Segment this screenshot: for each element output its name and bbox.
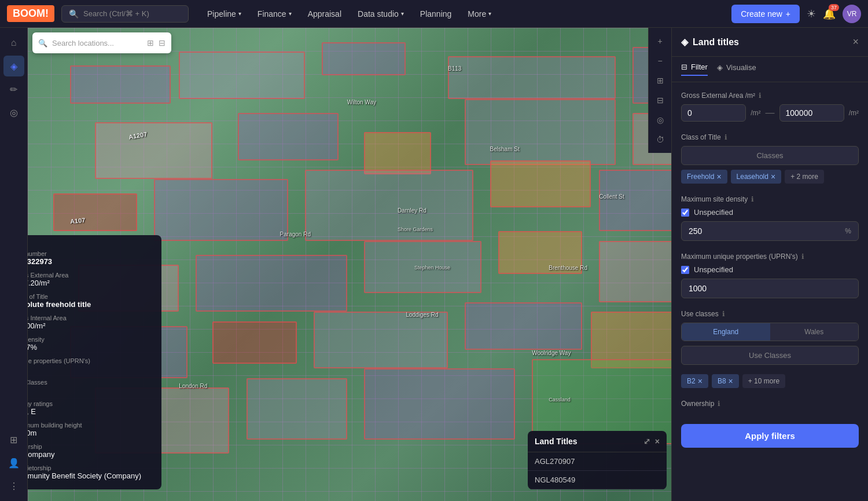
sidebar-icon-layers[interactable]: ◈ [3, 56, 24, 76]
land-titles-mini-header: Land Titles ⤢ × [528, 431, 667, 452]
toggle-wales[interactable]: Wales [770, 323, 859, 341]
info-icon[interactable]: ℹ [759, 92, 762, 100]
info-icon-use-classes[interactable]: ℹ [722, 310, 725, 318]
tab-visualise[interactable]: ◈ Visualise [717, 63, 756, 76]
toggle-england[interactable]: England [682, 323, 770, 341]
density-value-input[interactable] [689, 226, 819, 236]
road-label-collent: Collent St [599, 193, 624, 200]
uprns-unspecified-checkbox[interactable] [681, 266, 689, 274]
filter-icon: ⊟ [681, 63, 687, 71]
road-label-london: London Rd [179, 383, 207, 389]
energy-ratings-value: C, D, E [12, 407, 152, 416]
map-layers-icon[interactable]: ⊟ [159, 38, 165, 47]
class-of-title-filter: Class of Title ℹ Classes Freehold × Leas… [681, 133, 859, 184]
notifications-button[interactable]: 🔔 37 [823, 8, 836, 20]
use-classes-filter: Use classes ℹ England Wales Use Classes … [681, 310, 859, 388]
sidebar-icon-more[interactable]: ⋮ [3, 476, 24, 496]
edge-icon-filter[interactable]: ⊟ [652, 92, 669, 109]
nav-more[interactable]: More ▾ [461, 5, 498, 23]
info-icon-ownership[interactable]: ℹ [718, 400, 720, 408]
title-number-value: EGL322973 [12, 257, 152, 266]
nav-pipeline[interactable]: Pipeline ▾ [200, 5, 248, 23]
tag-freehold[interactable]: Freehold × [681, 170, 727, 184]
density-unit: % [845, 227, 851, 235]
tag-b2[interactable]: B2 × [681, 374, 708, 388]
search-placeholder: Search (Ctrl/⌘ + K) [83, 9, 149, 18]
uprns-value-input[interactable] [689, 284, 819, 293]
info-icon-class[interactable]: ℹ [724, 133, 727, 141]
road-label-woolridge: Woolridge Way [532, 350, 571, 356]
density-unspecified-row: Unspecified [681, 208, 859, 217]
gross-area-max-input[interactable] [786, 108, 838, 118]
close-mini-panel-button[interactable]: × [655, 437, 660, 446]
nav-finance[interactable]: Finance ▾ [251, 5, 299, 23]
max-building-height-label: Maximum building height [12, 422, 152, 429]
site-density-value: 22.27% [12, 343, 152, 352]
edge-icon-clock[interactable]: ⏱ [652, 131, 669, 148]
tag-more-use-classes[interactable]: + 10 more [742, 374, 785, 388]
tag-leasehold-remove[interactable]: × [771, 172, 775, 181]
max-unique-properties-label: Maximum unique properties (UPRN's) ℹ [681, 253, 859, 261]
edge-icon-target[interactable]: ◎ [652, 111, 669, 129]
tag-b8[interactable]: B8 × [712, 374, 739, 388]
gross-external-area-value: 2267.20/m² [12, 279, 152, 287]
tab-filter[interactable]: ⊟ Filter [681, 63, 708, 76]
right-edge-toolbar: + − ⊞ ⊟ ◎ ⏱ [648, 28, 671, 153]
create-new-button[interactable]: Create new + [731, 5, 800, 23]
ownership-filter: Ownership ℹ [681, 400, 859, 408]
land-title-row-2[interactable]: NGL480549 [528, 471, 667, 489]
tag-leasehold[interactable]: Leasehold × [731, 170, 782, 184]
nav-data-studio[interactable]: Data studio ▾ [351, 5, 411, 23]
nav-planning[interactable]: Planning [413, 5, 459, 23]
max-site-density-label: Maximum site density ℹ [681, 195, 859, 203]
density-value-input-wrap: % [681, 221, 859, 241]
tag-b8-remove[interactable]: × [729, 376, 733, 386]
range-dash: — [766, 108, 775, 118]
panel-close-button[interactable]: × [852, 36, 859, 48]
class-of-title-value: Absolute freehold title [12, 300, 152, 309]
sidebar-icon-people[interactable]: 👤 [3, 452, 24, 473]
info-icon-density[interactable]: ℹ [751, 195, 754, 203]
plus-icon: + [786, 9, 790, 19]
nav-appraisal[interactable]: Appraisal [301, 5, 348, 23]
title-number-label: Title number [12, 250, 152, 257]
use-classes-label: Use Classes [12, 379, 152, 386]
land-title-row-1[interactable]: AGL270907 [528, 452, 667, 471]
gross-area-max-unit: /m² [849, 109, 859, 117]
use-classes-toggle: England Wales [681, 323, 859, 341]
proprietorship-label: Proprietorship [12, 465, 152, 471]
chevron-down-icon: ▾ [238, 10, 241, 17]
sidebar-icon-target[interactable]: ◎ [3, 102, 24, 123]
expand-icon[interactable]: ⤢ [643, 437, 650, 446]
energy-ratings-label: Energy ratings [12, 400, 152, 407]
gross-external-area-filter-label: Gross External Area /m² ℹ [681, 92, 859, 100]
theme-toggle-button[interactable]: ☀ [807, 8, 816, 20]
tag-b2-remove[interactable]: × [698, 376, 703, 386]
sidebar-icon-grid[interactable]: ⊞ [3, 429, 24, 450]
gross-area-min-input[interactable] [687, 108, 740, 118]
user-avatar[interactable]: VR [843, 5, 861, 23]
apply-filters-button[interactable]: Apply filters [681, 424, 859, 448]
sidebar-icon-home[interactable]: ⌂ [3, 32, 24, 53]
global-search[interactable]: 🔍 Search (Ctrl/⌘ + K) [61, 5, 189, 23]
sidebar-icon-draw[interactable]: ✏ [3, 79, 24, 100]
map-search-bar[interactable]: 🔍 Search locations... ⊞ ⊟ [32, 32, 171, 53]
panel-header: ◈ Land titles × [672, 28, 868, 57]
tag-more-classes[interactable]: + 2 more [785, 170, 824, 184]
edge-icon-plus[interactable]: + [652, 32, 669, 50]
use-classes-button[interactable]: Use Classes [681, 346, 859, 365]
density-unspecified-checkbox[interactable] [681, 209, 689, 217]
tag-freehold-remove[interactable]: × [716, 172, 721, 181]
map-tool-icon[interactable]: ⊞ [147, 38, 154, 47]
edge-icon-minus[interactable]: − [652, 52, 669, 70]
search-icon: 🔍 [69, 9, 79, 19]
chevron-down-icon: ▾ [401, 10, 404, 17]
panel-title-icon: ◈ [681, 36, 688, 47]
gross-internal-area-label: Gross Internal Area [12, 315, 152, 321]
notification-badge: 37 [829, 4, 839, 11]
chevron-down-icon: ▾ [488, 10, 491, 17]
edge-icon-layers[interactable]: ⊞ [652, 72, 669, 89]
road-label-shore-gardens: Shore Gardens [398, 226, 433, 232]
classes-button[interactable]: Classes [681, 146, 859, 165]
info-icon-uprns[interactable]: ℹ [801, 253, 804, 261]
